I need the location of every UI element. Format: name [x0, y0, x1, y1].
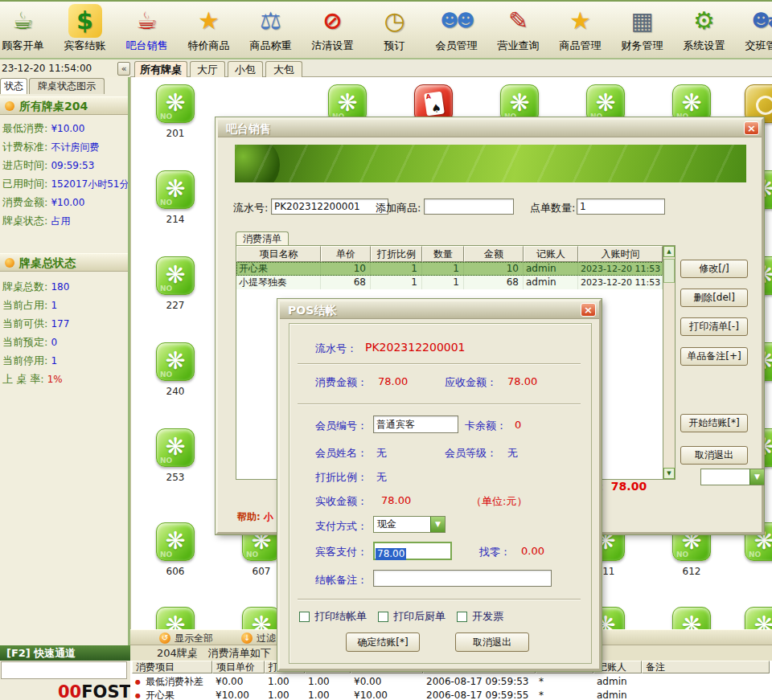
toolbar-item-member-management[interactable]: ☻☻会员管理: [425, 2, 487, 53]
scroll-up-icon[interactable]: ▲: [663, 246, 675, 257]
table-icon-227[interactable]: [156, 256, 195, 295]
sidebar-tab-table-diagram[interactable]: 牌桌状态图示: [29, 78, 105, 94]
chevron-down-icon[interactable]: ▼: [749, 469, 764, 485]
guest-paid-input[interactable]: 78.00: [373, 542, 452, 560]
finance-management-icon: ▦: [626, 4, 659, 38]
card-balance-label: 卡余额：: [465, 419, 507, 433]
spade-icon: ♠: [430, 102, 441, 115]
table-icon-r6c6[interactable]: [672, 607, 711, 629]
delete-button[interactable]: 删除[del]: [680, 289, 748, 307]
main-tab-3[interactable]: 小包: [228, 61, 263, 77]
sidebar-tab-status[interactable]: 状态: [0, 78, 27, 94]
qty-label: 点单数量:: [530, 201, 575, 215]
tab-consume-list[interactable]: 消费清单: [236, 231, 289, 246]
chevron-down-icon[interactable]: ▼: [430, 517, 445, 532]
scroll-thumb[interactable]: [663, 259, 675, 283]
sidebar-collapse-button[interactable]: «: [117, 62, 130, 76]
table-icon-201[interactable]: [156, 84, 195, 123]
table-icon-253[interactable]: [156, 428, 195, 467]
cell: 小提琴独奏: [236, 276, 321, 289]
scrollbar[interactable]: ▲ ▼: [663, 246, 675, 479]
toolbar-item-finance-management[interactable]: ▦财务管理: [611, 2, 673, 53]
show-all-button[interactable]: ↺显示全部: [159, 632, 213, 645]
toolbar-item-label: 吧台销售: [116, 39, 178, 53]
info-label: 上 桌 率:: [2, 373, 44, 385]
table-icon-r6c0[interactable]: [156, 607, 195, 629]
toolbar-item-bar-sales[interactable]: ☕吧台销售: [116, 2, 178, 53]
toolbar-item-shift-change[interactable]: ☻⇄交班管理: [735, 2, 772, 53]
table-number: 253: [148, 472, 203, 483]
payment-method-select[interactable]: 现金▼: [373, 516, 446, 533]
cell: 1.00: [305, 690, 351, 700]
quick-channel-bar[interactable]: [F2] 快速通道: [0, 645, 130, 661]
checkbox-label: 打印结帐单: [314, 609, 367, 624]
checkbox-icon[interactable]: [299, 612, 310, 622]
table-icon-240[interactable]: [156, 342, 195, 381]
serial-input[interactable]: [271, 199, 388, 215]
member-no-input[interactable]: [373, 415, 458, 433]
info-label: 已用时间:: [2, 178, 47, 190]
main-tab-2[interactable]: 大厅: [190, 61, 225, 77]
consume-list-row[interactable]: 开心果¥10.001.001.00¥10.002006-08-17 09:59:…: [132, 690, 770, 700]
info-value: 152017小时51分: [51, 178, 128, 190]
start-checkout-button[interactable]: 开始结账[*]: [680, 414, 748, 432]
info-row: 牌桌总数:180: [0, 277, 128, 296]
toolbar-item-business-query[interactable]: ✎营业查询: [487, 2, 549, 53]
toolbar-item-label: 系统设置: [673, 39, 735, 53]
toolbar-item-soldout-settings[interactable]: ⊘沽清设置: [302, 2, 363, 53]
item-remark-button[interactable]: 单品备注[+]: [680, 347, 748, 366]
qty-input[interactable]: [577, 199, 665, 215]
checkbox-1[interactable]: 打印结帐单: [299, 609, 367, 624]
quick-input-box[interactable]: [1, 661, 127, 679]
main-tab-4[interactable]: 大包: [265, 61, 302, 77]
add-item-input[interactable]: [424, 199, 514, 215]
close-icon[interactable]: ×: [581, 303, 596, 317]
info-label: 当前占用:: [2, 299, 47, 311]
toolbar-item-special-items[interactable]: ★特价商品: [178, 2, 240, 53]
close-icon[interactable]: ×: [744, 121, 759, 135]
bar-consume-row[interactable]: 小提琴独奏681168admin2023-12-20 11:53: [236, 276, 675, 289]
toolbar-item-guest-checkout[interactable]: $宾客结账: [54, 2, 116, 53]
info-value: 1: [51, 355, 57, 366]
toolbar-item-system-settings[interactable]: ⚙系统设置: [673, 2, 735, 53]
show-all-icon: ↺: [159, 632, 170, 644]
bar-table-body: 开心果101110admin2023-12-20 11:53小提琴独奏68116…: [236, 262, 675, 289]
checkbox-2[interactable]: 打印后厨单: [378, 609, 446, 624]
consume-list-row[interactable]: 最低消费补差¥0.001.001.00¥0.002006-08-17 09:59…: [132, 676, 770, 688]
main-tab-1[interactable]: 所有牌桌: [134, 61, 187, 77]
toolbar-item-reservation[interactable]: ◷预订: [363, 2, 425, 53]
bar-sales-dialog-title[interactable]: 吧台销售: [218, 120, 762, 137]
discount-value: 无: [376, 470, 387, 485]
toolbar-item-goods-weighing[interactable]: ⚖商品称重: [240, 2, 302, 53]
table-icon-606[interactable]: [156, 522, 195, 561]
checkbox-3[interactable]: 开发票: [457, 609, 503, 624]
cancel-exit-button[interactable]: 取消退出: [680, 446, 748, 465]
add-item-label: 添加商品:: [376, 201, 421, 215]
table-icon-r6c1[interactable]: [242, 607, 281, 629]
confirm-checkout-button[interactable]: 确定结账[*]: [346, 632, 420, 652]
table-icon-r6c7[interactable]: [745, 607, 772, 629]
bar-consume-row[interactable]: 开心果101110admin2023-12-20 11:53: [236, 262, 675, 276]
checkbox-icon[interactable]: [378, 612, 388, 622]
print-list-button[interactable]: 打印清单[-]: [680, 317, 748, 336]
toolbar-item-goods-management[interactable]: ★商品管理: [549, 2, 611, 53]
checkbox-icon[interactable]: [457, 612, 467, 622]
cancel-exit-button[interactable]: 取消退出: [455, 632, 529, 652]
table-icon-214[interactable]: [156, 170, 195, 209]
remark-input[interactable]: [373, 570, 552, 587]
info-label: 牌桌总数:: [2, 280, 47, 293]
table-number: 606: [148, 566, 203, 577]
customer-order-icon: ☕: [6, 4, 40, 38]
toolbar-item-customer-order[interactable]: ☕顾客开单: [0, 2, 54, 53]
info-row: 计费标准:不计房间费: [0, 137, 128, 156]
payment-method-label: 支付方式：: [315, 519, 368, 534]
info-row: 已用时间:152017小时51分: [0, 174, 128, 193]
info-row: 最低消费:¥10.00: [0, 119, 128, 137]
pos-dialog-title[interactable]: POS结帐: [280, 301, 599, 319]
filter-button[interactable]: ↓过滤: [241, 632, 276, 645]
modify-button[interactable]: 修改[/]: [680, 260, 748, 278]
bar-bottom-combobox[interactable]: ▼: [700, 469, 765, 485]
cell: 2023-12-20 11:53: [578, 262, 663, 276]
cell: 1: [422, 276, 464, 289]
scroll-down-icon[interactable]: ▼: [663, 468, 675, 479]
